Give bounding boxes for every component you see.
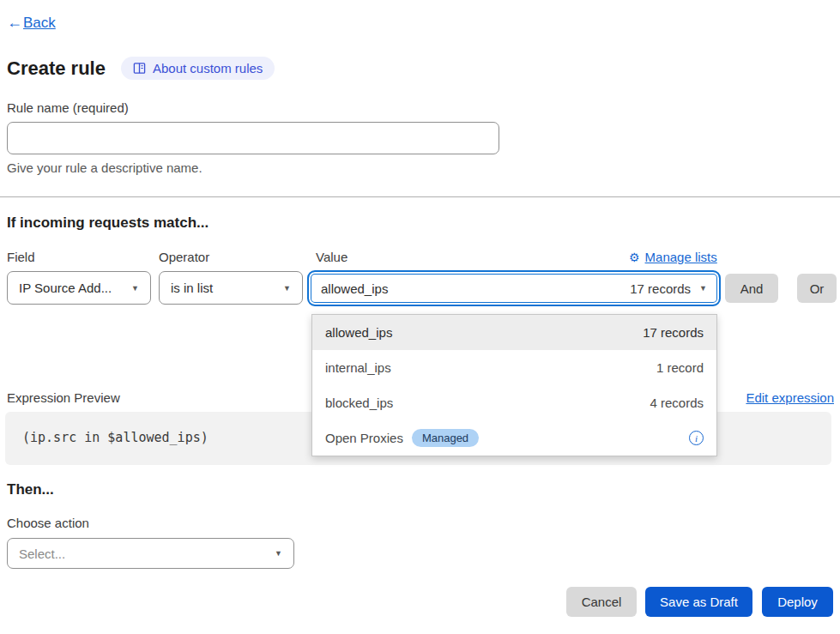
operator-select-value: is in list (171, 281, 213, 295)
list-item-open-proxies[interactable]: Open Proxies Managed i (312, 420, 716, 456)
operator-label: Operator (159, 250, 209, 264)
gear-icon: ⚙ (629, 251, 640, 264)
operator-select[interactable]: is in list ▼ (159, 271, 303, 305)
chevron-down-icon: ▼ (276, 284, 291, 293)
expression-code: (ip.src in $allowed_ips) (22, 430, 208, 445)
list-item-name: Open Proxies (325, 431, 403, 445)
list-item-blocked-ips[interactable]: blocked_ips 4 records (312, 385, 716, 420)
value-select-record-count: 17 records (630, 281, 691, 296)
save-as-draft-button[interactable]: Save as Draft (645, 587, 752, 617)
back-link-label: Back (23, 15, 56, 32)
match-section-heading: If incoming requests match... (7, 214, 208, 232)
field-label: Field (7, 250, 35, 264)
rule-name-input[interactable] (7, 122, 499, 154)
list-item-record-count: 1 record (656, 360, 704, 375)
about-custom-rules-label: About custom rules (153, 61, 263, 75)
about-custom-rules-link[interactable]: About custom rules (121, 57, 275, 80)
back-arrow-icon: ← (7, 14, 22, 32)
info-icon[interactable]: i (689, 431, 704, 445)
rule-name-label: Rule name (required) (7, 100, 129, 115)
expression-preview-label: Expression Preview (7, 390, 120, 405)
manage-lists-label: Manage lists (645, 250, 717, 264)
chevron-down-icon: ▼ (268, 549, 282, 558)
edit-expression-link[interactable]: Edit expression (746, 390, 834, 405)
list-item-record-count: 4 records (650, 395, 704, 410)
chevron-down-icon: ▼ (691, 284, 707, 293)
field-select[interactable]: IP Source Add... ▼ (7, 271, 151, 305)
list-item-name: blocked_ips (325, 395, 393, 410)
choose-action-label: Choose action (7, 516, 89, 530)
manage-lists-link[interactable]: ⚙ Manage lists (629, 250, 717, 264)
value-select[interactable]: allowed_ips 17 records ▼ (307, 270, 721, 306)
then-section-heading: Then... (7, 481, 54, 498)
create-rule-page: ← Back Create rule About custom rules Ru… (0, 0, 840, 634)
book-icon (133, 62, 146, 75)
list-item-name: internal_ips (325, 360, 391, 375)
cancel-button[interactable]: Cancel (566, 587, 637, 617)
chevron-down-icon: ▼ (124, 284, 139, 293)
list-item-name: allowed_ips (325, 325, 392, 340)
deploy-button[interactable]: Deploy (762, 587, 833, 617)
title-row: Create rule About custom rules (7, 57, 275, 80)
section-divider (0, 196, 840, 197)
action-select-placeholder: Select... (19, 546, 65, 561)
field-select-value: IP Source Add... (19, 281, 112, 295)
value-label: Value (316, 250, 347, 264)
and-button[interactable]: And (725, 274, 778, 303)
list-item-record-count: 17 records (643, 325, 704, 340)
action-select[interactable]: Select... ▼ (7, 538, 294, 569)
list-item-allowed-ips[interactable]: allowed_ips 17 records (312, 315, 716, 350)
or-button[interactable]: Or (797, 274, 837, 303)
page-title: Create rule (7, 57, 106, 80)
list-item-internal-ips[interactable]: internal_ips 1 record (312, 350, 716, 385)
managed-badge: Managed (412, 429, 479, 447)
value-select-selected: allowed_ips (321, 281, 388, 296)
rule-name-help-text: Give your rule a descriptive name. (7, 160, 202, 175)
value-dropdown-menu: allowed_ips 17 records internal_ips 1 re… (311, 314, 717, 456)
back-link[interactable]: ← Back (7, 14, 56, 32)
